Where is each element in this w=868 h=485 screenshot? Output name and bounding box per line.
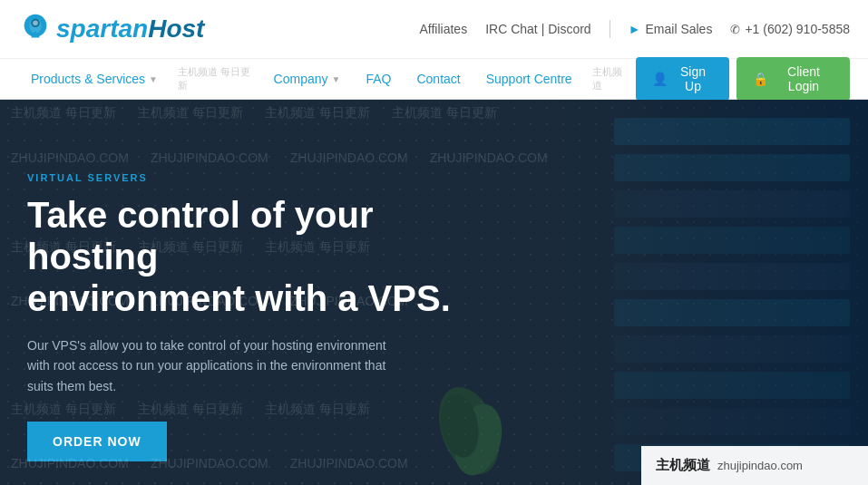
client-login-label: Client Login: [774, 64, 834, 93]
svg-rect-7: [614, 190, 850, 218]
phone-number[interactable]: ✆ +1 (602) 910-5858: [730, 22, 850, 36]
logo-part1: spartan: [56, 15, 148, 43]
hero-title-line1: Take control of your hosting: [27, 195, 374, 276]
nav-contact[interactable]: Contact: [404, 59, 473, 100]
logo-text: spartanHost: [56, 15, 204, 44]
nav-bar: Products & Services ▼ 主机频道 每日更新 Company …: [0, 59, 868, 100]
signup-button[interactable]: 👤 Sign Up: [636, 57, 729, 101]
hero-content: VIRTUAL SERVERS Take control of your hos…: [27, 172, 481, 461]
nav-products-label: Products & Services: [31, 72, 145, 86]
email-sales[interactable]: ► Email Sales: [629, 22, 713, 36]
nav-faq-label: FAQ: [366, 72, 391, 86]
nav-faq[interactable]: FAQ: [353, 59, 404, 100]
watermark-url: zhujipindao.com: [717, 459, 803, 472]
svg-rect-10: [614, 299, 850, 326]
company-dropdown-icon: ▼: [332, 74, 341, 84]
top-right-links: Affiliates IRC Chat | Discord ► Email Sa…: [420, 20, 851, 38]
nav-chinese-1: 主机频道 每日更新: [171, 65, 261, 92]
hero-label: VIRTUAL SERVERS: [27, 172, 481, 183]
nav-products-services[interactable]: Products & Services ▼: [18, 59, 171, 100]
logo-icon: [18, 12, 53, 46]
products-dropdown-icon: ▼: [149, 74, 158, 84]
send-icon: ►: [629, 22, 641, 36]
hero-title: Take control of your hosting environment…: [27, 194, 481, 319]
svg-point-4: [33, 21, 38, 26]
nav-chinese-2: 主机频道: [585, 65, 636, 92]
divider: [610, 20, 610, 38]
watermark-brand: 主机频道: [656, 457, 710, 474]
svg-rect-13: [614, 408, 850, 435]
order-now-button[interactable]: ORDER NOW: [27, 422, 167, 461]
hero-right-overlay: [551, 100, 868, 485]
nav-contact-label: Contact: [416, 72, 460, 86]
affiliates-link[interactable]: Affiliates: [420, 22, 468, 36]
user-icon: 👤: [652, 72, 668, 86]
client-login-button[interactable]: 🔒 Client Login: [736, 57, 850, 101]
nav-support-label: Support Centre: [486, 72, 572, 86]
svg-rect-8: [614, 227, 850, 254]
nav-support-centre[interactable]: Support Centre: [473, 59, 585, 100]
bottom-watermark-bar: 主机频道 zhujipindao.com: [641, 446, 868, 485]
nav-company[interactable]: Company ▼: [261, 59, 354, 100]
hero-title-line2: environment with a VPS.: [27, 278, 451, 318]
nav-company-label: Company: [274, 72, 328, 86]
signup-label: Sign Up: [673, 64, 713, 93]
phone-icon: ✆: [730, 23, 740, 36]
hero-section: VIRTUAL SERVERS Take control of your hos…: [0, 100, 868, 485]
irc-chat-link[interactable]: IRC Chat | Discord: [485, 22, 590, 36]
logo-part2: Host: [148, 15, 204, 43]
svg-rect-12: [614, 372, 850, 399]
svg-rect-9: [614, 263, 850, 290]
phone-number-label: +1 (602) 910-5858: [745, 22, 850, 36]
top-bar: spartanHost Affiliates IRC Chat | Discor…: [0, 0, 868, 59]
svg-rect-5: [614, 118, 850, 145]
email-sales-label: Email Sales: [645, 22, 712, 36]
svg-rect-11: [614, 335, 850, 363]
lock-icon: 🔒: [753, 72, 768, 86]
logo[interactable]: spartanHost: [18, 12, 204, 46]
svg-rect-6: [614, 154, 850, 181]
hero-description: Our VPS's allow you to take control of y…: [27, 335, 408, 396]
